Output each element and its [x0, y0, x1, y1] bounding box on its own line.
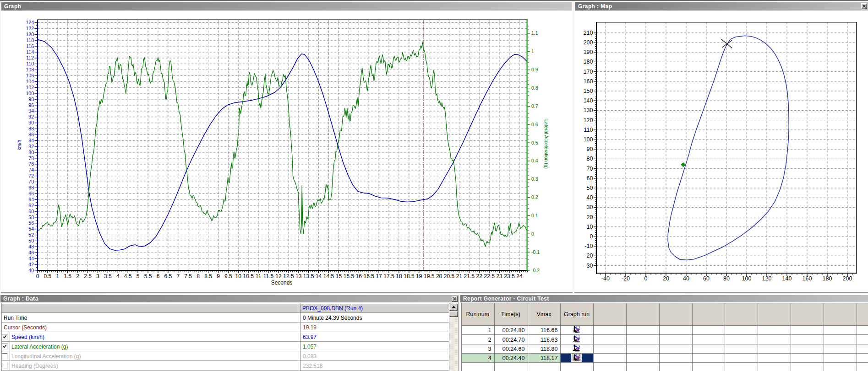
svg-text:21: 21 [456, 273, 463, 280]
svg-text:122: 122 [26, 26, 34, 31]
svg-text:13.5: 13.5 [303, 273, 314, 280]
svg-text:0.1: 0.1 [531, 213, 538, 218]
svg-text:68: 68 [28, 185, 34, 190]
svg-text:150: 150 [584, 88, 593, 94]
svg-text:5.5: 5.5 [144, 273, 152, 280]
svg-text:3.5: 3.5 [104, 273, 112, 280]
svg-text:24: 24 [516, 273, 523, 280]
svg-text:0.7: 0.7 [531, 103, 538, 109]
svg-text:118: 118 [26, 38, 34, 43]
svg-text:80: 80 [587, 156, 593, 162]
svg-text:190: 190 [584, 49, 593, 55]
svg-text:120: 120 [584, 117, 593, 124]
svg-text:20.5: 20.5 [444, 273, 455, 280]
svg-text:120: 120 [26, 32, 34, 37]
svg-text:16.5: 16.5 [364, 273, 375, 280]
svg-text:88: 88 [28, 126, 34, 131]
svg-text:200: 200 [843, 275, 852, 282]
svg-text:11.5: 11.5 [263, 273, 274, 280]
svg-text:20: 20 [436, 273, 442, 280]
svg-text:1.1: 1.1 [531, 30, 538, 36]
svg-text:60: 60 [28, 209, 34, 214]
svg-text:1: 1 [531, 48, 534, 54]
svg-text:10: 10 [587, 224, 593, 230]
svg-text:40: 40 [683, 275, 689, 282]
svg-text:160: 160 [802, 275, 812, 282]
svg-text:100: 100 [742, 275, 752, 282]
svg-text:7.5: 7.5 [184, 273, 192, 280]
svg-text:120: 120 [762, 275, 772, 282]
svg-text:50: 50 [28, 238, 34, 243]
svg-text:8: 8 [197, 273, 200, 280]
svg-text:0.6: 0.6 [531, 122, 538, 127]
svg-text:30: 30 [587, 204, 593, 210]
svg-text:64: 64 [28, 197, 34, 202]
svg-text:18: 18 [396, 273, 402, 280]
svg-text:80: 80 [28, 150, 34, 155]
svg-text:7: 7 [176, 273, 180, 280]
svg-text:9: 9 [217, 273, 220, 280]
svg-text:15: 15 [336, 273, 342, 280]
svg-text:56: 56 [28, 220, 34, 226]
svg-text:62: 62 [28, 203, 34, 208]
svg-text:96: 96 [28, 102, 34, 108]
svg-text:0.2: 0.2 [531, 194, 538, 200]
svg-text:0.5: 0.5 [44, 273, 52, 280]
svg-text:104: 104 [26, 79, 34, 84]
svg-text:60: 60 [703, 275, 710, 282]
svg-text:-30: -30 [584, 263, 593, 269]
svg-text:23.5: 23.5 [504, 273, 515, 280]
svg-text:114: 114 [26, 49, 34, 55]
svg-text:-0.2: -0.2 [531, 268, 540, 273]
svg-text:110: 110 [584, 127, 593, 133]
svg-text:40: 40 [28, 268, 34, 273]
svg-text:90: 90 [587, 146, 593, 152]
svg-text:180: 180 [823, 275, 832, 282]
svg-text:19: 19 [416, 273, 422, 280]
svg-text:140: 140 [782, 275, 792, 282]
svg-text:72: 72 [28, 173, 34, 178]
svg-text:50: 50 [587, 185, 593, 191]
svg-text:180: 180 [584, 59, 593, 65]
svg-text:Lateral Acceleration (g): Lateral Acceleration (g) [544, 119, 549, 169]
svg-text:-40: -40 [601, 275, 610, 282]
svg-text:14.5: 14.5 [323, 273, 334, 280]
svg-text:58: 58 [28, 215, 34, 220]
svg-text:13: 13 [295, 273, 302, 280]
svg-text:0: 0 [36, 273, 39, 280]
svg-text:92: 92 [28, 114, 34, 119]
svg-text:60: 60 [587, 175, 593, 182]
svg-text:4: 4 [116, 273, 120, 280]
svg-text:78: 78 [28, 156, 34, 161]
svg-text:21.5: 21.5 [464, 273, 475, 280]
svg-text:1.5: 1.5 [64, 273, 71, 280]
svg-text:17: 17 [376, 273, 382, 280]
svg-text:100: 100 [26, 91, 34, 96]
svg-text:15.5: 15.5 [344, 273, 355, 280]
svg-text:70: 70 [28, 179, 34, 184]
svg-text:-0.1: -0.1 [531, 249, 540, 255]
svg-text:100: 100 [584, 136, 593, 143]
svg-text:52: 52 [28, 232, 34, 237]
svg-text:98: 98 [28, 97, 34, 102]
svg-text:102: 102 [26, 85, 34, 90]
svg-text:82: 82 [28, 144, 34, 149]
svg-text:16: 16 [356, 273, 362, 280]
svg-text:12.5: 12.5 [283, 273, 294, 280]
svg-text:160: 160 [584, 78, 593, 85]
svg-text:200: 200 [584, 39, 593, 46]
svg-text:170: 170 [584, 69, 593, 75]
svg-text:6: 6 [157, 273, 160, 280]
svg-text:-10: -10 [584, 243, 593, 249]
svg-text:0.4: 0.4 [531, 158, 538, 163]
svg-text:0.5: 0.5 [531, 140, 538, 145]
svg-text:2.5: 2.5 [84, 273, 92, 280]
svg-text:10: 10 [235, 273, 242, 280]
svg-text:0.3: 0.3 [531, 176, 538, 182]
svg-text:10.5: 10.5 [243, 273, 254, 280]
svg-text:74: 74 [28, 167, 34, 172]
svg-text:14: 14 [316, 273, 322, 280]
svg-text:8.5: 8.5 [204, 273, 212, 280]
svg-text:Seconds: Seconds [271, 280, 293, 286]
svg-text:0: 0 [531, 231, 534, 237]
